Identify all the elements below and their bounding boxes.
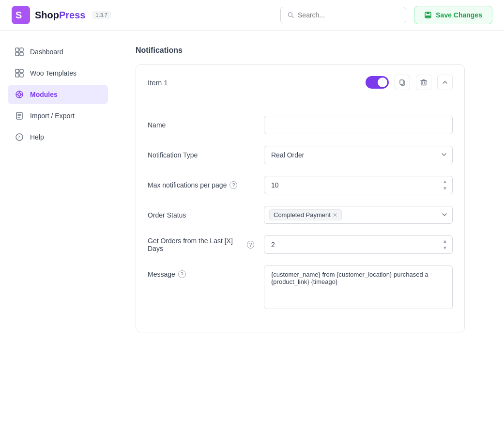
sidebar-dashboard-label: Dashboard	[30, 48, 63, 56]
sidebar-item-woo-templates[interactable]: Woo Templates	[8, 63, 108, 83]
order-status-chevron-icon	[442, 211, 447, 219]
version-badge: 1.3.7	[92, 11, 111, 19]
svg-rect-8	[20, 48, 23, 51]
svg-rect-5	[427, 12, 429, 14]
main-content: Notifications Item 1	[116, 31, 504, 417]
get-orders-input[interactable]	[264, 235, 453, 254]
help-icon: ?	[15, 132, 24, 142]
increment-button[interactable]: ▲	[441, 179, 449, 185]
toggle-track	[366, 76, 389, 89]
message-label: Message ?	[148, 266, 254, 278]
get-orders-label: Get Orders from the Last [X] Days ?	[148, 237, 254, 252]
name-input[interactable]	[264, 116, 453, 134]
decrement-button[interactable]: ▼	[441, 186, 449, 191]
max-notifications-spinners: ▲ ▼	[441, 179, 449, 191]
max-notifications-help-icon[interactable]: ?	[229, 181, 237, 189]
name-row: Name	[148, 116, 453, 134]
search-input[interactable]	[298, 11, 399, 19]
sidebar-help-label: Help	[30, 133, 44, 141]
search-box[interactable]	[280, 7, 406, 23]
svg-line-3	[292, 16, 293, 17]
max-notifications-control: ▲ ▼	[264, 176, 453, 194]
notification-type-select[interactable]: Real Order Demo Order	[264, 146, 453, 164]
sidebar-modules-label: Modules	[30, 91, 58, 98]
save-button[interactable]: Save Changes	[414, 6, 492, 24]
svg-rect-12	[20, 69, 23, 73]
save-icon	[424, 11, 432, 19]
sidebar-item-help[interactable]: ? Help	[8, 127, 108, 147]
import-export-icon	[15, 111, 24, 121]
sidebar-import-export-label: Import / Export	[30, 112, 75, 120]
order-status-tag-label: Completed Payment	[274, 211, 331, 219]
notification-type-row: Notification Type Real Order Demo Order	[148, 146, 453, 164]
svg-text:?: ?	[18, 135, 20, 140]
order-status-label: Order Status	[148, 211, 254, 219]
svg-rect-14	[20, 74, 23, 77]
message-textarea[interactable]: {customer_name} from {customer_location}…	[264, 266, 453, 309]
save-label: Save Changes	[436, 11, 482, 19]
message-control: {customer_name} from {customer_location}…	[264, 266, 453, 311]
woo-templates-icon	[15, 68, 24, 78]
item-label: Item 1	[148, 78, 168, 87]
svg-rect-6	[426, 16, 430, 17]
max-notifications-row: Max notifications per page ? ▲ ▼	[148, 176, 453, 194]
header: S ShopPress 1.3.7 Save Changes	[0, 0, 504, 31]
order-status-wrapper[interactable]: Completed Payment ✕	[264, 206, 453, 224]
logo: S ShopPress 1.3.7	[12, 6, 111, 24]
message-row: Message ? {customer_name} from {customer…	[148, 266, 453, 311]
svg-rect-9	[15, 52, 19, 56]
notification-card: Item 1	[136, 64, 465, 332]
order-status-control: Completed Payment ✕	[264, 206, 453, 224]
delete-button[interactable]	[416, 75, 431, 90]
get-orders-control: ▲ ▼	[264, 235, 453, 254]
svg-rect-13	[15, 74, 19, 77]
max-notifications-wrapper: ▲ ▼	[264, 176, 453, 194]
get-orders-decrement-button[interactable]: ▼	[441, 245, 449, 251]
toggle-switch[interactable]	[366, 76, 389, 89]
notification-type-control: Real Order Demo Order	[264, 146, 453, 164]
shoppress-logo-icon: S	[12, 6, 30, 24]
duplicate-button[interactable]	[395, 75, 410, 90]
name-label: Name	[148, 121, 254, 129]
search-icon	[288, 12, 294, 18]
sidebar-item-dashboard[interactable]: Dashboard	[8, 42, 108, 62]
chevron-up-icon	[442, 79, 448, 86]
order-status-tag: Completed Payment ✕	[269, 209, 342, 220]
get-orders-help-icon[interactable]: ?	[247, 241, 254, 249]
get-orders-increment-button[interactable]: ▲	[441, 238, 449, 244]
svg-rect-10	[20, 52, 23, 56]
message-help-icon[interactable]: ?	[178, 270, 186, 278]
svg-rect-11	[15, 69, 19, 73]
svg-point-16	[18, 93, 21, 96]
order-status-row: Order Status Completed Payment ✕	[148, 206, 453, 224]
sidebar-woo-templates-label: Woo Templates	[30, 69, 76, 77]
section-title: Notifications	[136, 46, 485, 55]
app-body: Dashboard Woo Templates	[0, 31, 504, 417]
toggle-thumb	[378, 78, 387, 87]
notification-type-select-wrapper: Real Order Demo Order	[264, 146, 453, 164]
modules-icon	[15, 90, 24, 99]
dashboard-icon	[15, 47, 24, 57]
get-orders-spinners: ▲ ▼	[441, 238, 449, 251]
item-controls	[366, 75, 453, 90]
svg-rect-28	[400, 80, 404, 84]
name-control	[264, 116, 453, 134]
svg-rect-7	[15, 48, 19, 51]
svg-rect-29	[421, 81, 426, 85]
logo-press: Press	[59, 10, 86, 20]
max-notifications-input[interactable]	[264, 176, 453, 194]
sidebar-item-modules[interactable]: Modules	[8, 85, 108, 104]
max-notifications-label: Max notifications per page ?	[148, 181, 254, 189]
sidebar-item-import-export[interactable]: Import / Export	[8, 106, 108, 125]
trash-icon	[420, 79, 427, 86]
get-orders-wrapper: ▲ ▼	[264, 235, 453, 254]
item-header: Item 1	[148, 75, 453, 90]
svg-text:S: S	[15, 10, 22, 20]
get-orders-row: Get Orders from the Last [X] Days ? ▲ ▼	[148, 235, 453, 254]
copy-icon	[399, 79, 406, 86]
collapse-button[interactable]	[437, 75, 453, 90]
order-status-tag-close[interactable]: ✕	[333, 212, 337, 218]
logo-text: ShopPress	[35, 10, 86, 21]
notification-type-label: Notification Type	[148, 151, 254, 159]
sidebar: Dashboard Woo Templates	[0, 31, 116, 417]
